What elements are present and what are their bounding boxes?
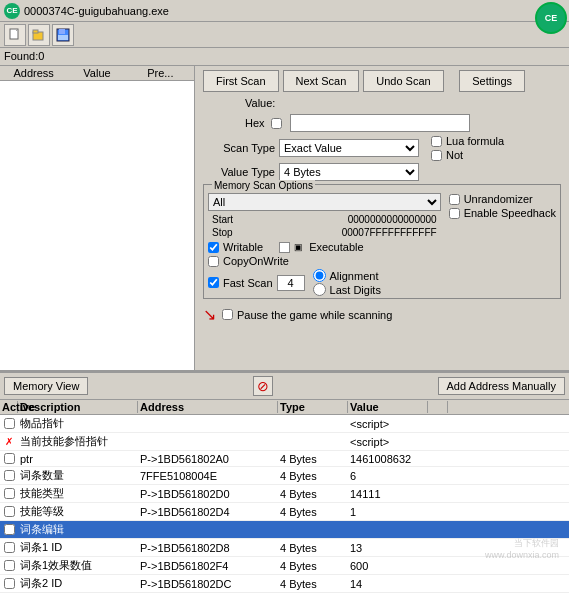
start-value: 0000000000000000 [348, 214, 437, 225]
last-digits-radio[interactable] [313, 283, 326, 296]
next-scan-button[interactable]: Next Scan [283, 70, 360, 92]
col-type-header: Type [278, 401, 348, 413]
table-row[interactable]: 词条1 ID P->1BD561802D8 4 Bytes 13 [0, 539, 569, 557]
row0-type [278, 423, 348, 425]
row2-type: 4 Bytes [278, 452, 348, 466]
value-type-select[interactable]: 4 Bytes [279, 163, 419, 181]
not-checkbox[interactable] [431, 150, 442, 161]
row3-description: 词条数量 [18, 467, 138, 484]
enable-speedhack-checkbox[interactable] [449, 208, 460, 219]
table-row[interactable]: 技能等级 P->1BD561802D4 4 Bytes 1 [0, 503, 569, 521]
svg-rect-3 [33, 30, 38, 33]
scan-type-row: Scan Type Exact Value Lua formula Not [195, 134, 569, 162]
copyonwrite-checkbox[interactable] [208, 256, 219, 267]
row6-address [138, 529, 278, 531]
settings-icon[interactable]: CE [533, 0, 569, 36]
first-scan-button[interactable]: First Scan [203, 70, 279, 92]
row7-value: 13 [348, 541, 428, 555]
bottom-toolbar: Memory View ⊘ Add Address Manually [0, 372, 569, 400]
row1-type [278, 441, 348, 443]
row0-address [138, 423, 278, 425]
row6-type [278, 529, 348, 531]
row1-value: <script> [348, 435, 428, 449]
alignment-radio[interactable] [313, 269, 326, 282]
col-address: Address [2, 67, 65, 79]
value-type-row: Value Type 4 Bytes [195, 162, 569, 182]
row8-address: P->1BD561802F4 [138, 559, 278, 573]
lua-formula-checkbox[interactable] [431, 136, 442, 147]
row3-address: 7FFE5108004E [138, 469, 278, 483]
pause-game-checkbox[interactable] [222, 309, 233, 320]
row1-address [138, 441, 278, 443]
row4-description: 技能类型 [18, 485, 138, 502]
enable-speedhack-label: Enable Speedhack [464, 207, 556, 219]
value-input[interactable] [290, 114, 470, 132]
row2-description: ptr [18, 452, 138, 466]
row2-value: 1461008632 [348, 452, 428, 466]
memory-view-button[interactable]: Memory View [4, 377, 88, 395]
executable-checkbox[interactable] [279, 242, 290, 253]
row9-value: 14 [348, 577, 428, 591]
value-row: Value: [195, 96, 569, 110]
row6-value [348, 529, 428, 531]
table-row[interactable]: 物品指针 <script> [0, 415, 569, 433]
row8-active-checkbox[interactable] [4, 560, 15, 571]
row7-active-checkbox[interactable] [4, 542, 15, 553]
stop-label: Stop [212, 227, 252, 238]
table-row[interactable]: 技能类型 P->1BD561802D0 4 Bytes 14111 [0, 485, 569, 503]
add-address-button[interactable]: Add Address Manually [438, 377, 565, 395]
new-button[interactable] [4, 24, 26, 46]
row2-active-checkbox[interactable] [4, 453, 15, 464]
copyonwrite-label: CopyOnWrite [223, 255, 289, 267]
writable-label: Writable [223, 241, 263, 253]
writable-checkbox[interactable] [208, 242, 219, 253]
found-count: 0 [38, 50, 44, 62]
fast-scan-value[interactable] [277, 275, 305, 291]
row9-active-checkbox[interactable] [4, 578, 15, 589]
not-label: Not [446, 149, 463, 161]
found-label: Found: [4, 50, 38, 62]
row9-address: P->1BD561802DC [138, 577, 278, 591]
scan-type-select[interactable]: Exact Value [279, 139, 419, 157]
address-table: Active Description Address Type Value 物品… [0, 400, 569, 600]
row6-active-checkbox[interactable] [4, 524, 15, 535]
open-button[interactable] [28, 24, 50, 46]
delete-icon[interactable]: ⊘ [253, 376, 273, 396]
row5-address: P->1BD561802D4 [138, 505, 278, 519]
row2-address: P->1BD561802A0 [138, 452, 278, 466]
table-row[interactable]: 词条数量 7FFE5108004E 4 Bytes 6 [0, 467, 569, 485]
row0-description: 物品指针 [18, 415, 138, 432]
save-button[interactable] [52, 24, 74, 46]
table-row[interactable]: 词条2 ID P->1BD561802DC 4 Bytes 14 [0, 575, 569, 593]
memory-region-select[interactable]: All [208, 193, 441, 211]
scan-type-label: Scan Type [205, 142, 275, 154]
row5-description: 技能等级 [18, 503, 138, 520]
row4-active-checkbox[interactable] [4, 488, 15, 499]
table-row[interactable]: ✗ 当前技能参悟指针 <script> [0, 433, 569, 451]
hex-label: Hex [245, 117, 265, 129]
hex-checkbox[interactable] [271, 118, 282, 129]
table-row[interactable]: 词条1效果数值 P->1BD561802F4 4 Bytes 600 [0, 557, 569, 575]
svg-rect-6 [58, 35, 68, 40]
alignment-label: Alignment [330, 270, 379, 282]
row0-active-checkbox[interactable] [4, 418, 15, 429]
row1-active-x: ✗ [5, 436, 13, 447]
col-active-header: Active [0, 401, 18, 413]
table-row[interactable]: ptr P->1BD561802A0 4 Bytes 1461008632 [0, 451, 569, 467]
fast-scan-checkbox[interactable] [208, 277, 219, 288]
row5-active-checkbox[interactable] [4, 506, 15, 517]
unrandomizer-checkbox[interactable] [449, 194, 460, 205]
found-bar: Found:0 [0, 48, 569, 66]
settings-button[interactable]: Settings [459, 70, 525, 92]
last-digits-label: Last Digits [330, 284, 381, 296]
undo-scan-button[interactable]: Undo Scan [363, 70, 443, 92]
window-title: 0000374C-guigubahuang.exe [24, 5, 169, 17]
pause-game-label: Pause the game while scanning [237, 309, 392, 321]
row3-active-checkbox[interactable] [4, 470, 15, 481]
col-pre: Pre... [129, 67, 192, 79]
toolbar [0, 22, 569, 48]
col-description-header: Description [18, 401, 138, 413]
unrandomizer-label: Unrandomizer [464, 193, 533, 205]
executable-label: Executable [309, 241, 363, 253]
table-row[interactable]: 词条编辑 [0, 521, 569, 539]
